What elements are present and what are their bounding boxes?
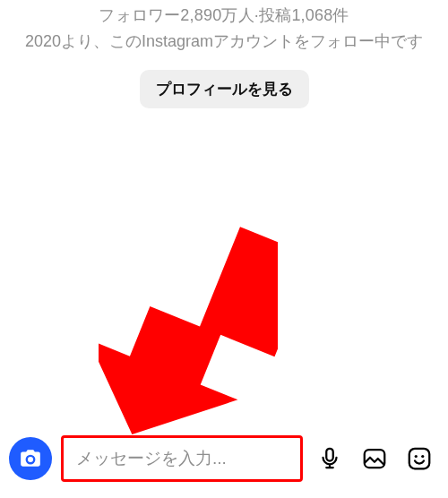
svg-rect-1 (365, 450, 385, 468)
profile-info: フォロワー2,890万人·投稿1,068件 2020より、このInstagram… (0, 0, 448, 54)
message-input-highlight (61, 435, 303, 482)
sticker-button[interactable] (401, 441, 437, 477)
sticker-icon (406, 445, 433, 472)
camera-button[interactable] (9, 437, 52, 480)
svg-marker-0 (99, 215, 278, 448)
follower-post-stats: フォロワー2,890万人·投稿1,068件 (0, 4, 448, 28)
svg-rect-2 (409, 449, 430, 469)
svg-point-3 (415, 455, 418, 458)
message-input[interactable] (76, 449, 288, 468)
gallery-button[interactable] (357, 441, 392, 477)
annotation-arrow (99, 215, 278, 448)
view-profile-container: プロフィールを見る (0, 70, 448, 108)
svg-point-4 (421, 455, 424, 458)
camera-icon (19, 447, 42, 470)
following-since-text: 2020より、このInstagramアカウントをフォロー中です (0, 30, 448, 54)
mic-button[interactable] (312, 441, 348, 477)
mic-icon (316, 445, 343, 472)
gallery-icon (361, 445, 388, 472)
view-profile-button[interactable]: プロフィールを見る (140, 70, 309, 108)
message-composer (0, 426, 448, 498)
